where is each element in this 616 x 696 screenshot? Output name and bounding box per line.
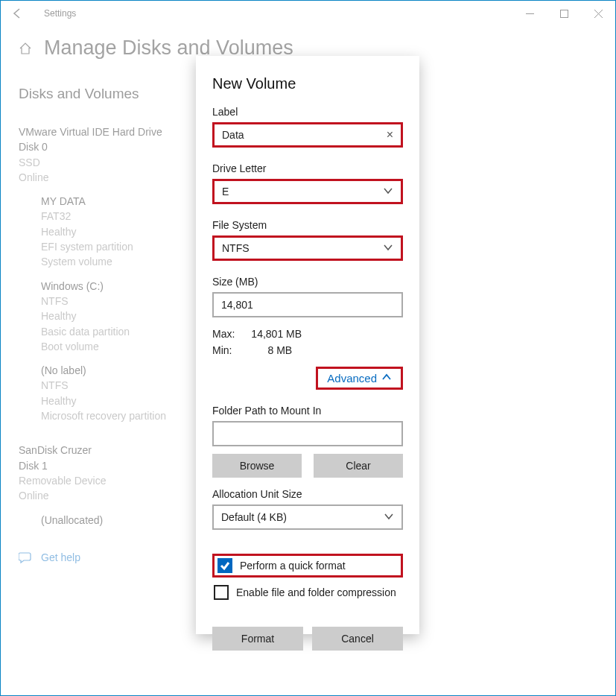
label-input[interactable]: × — [212, 122, 403, 148]
file-system-value: NTFS — [222, 242, 250, 254]
advanced-toggle[interactable]: Advanced — [316, 367, 403, 390]
partition-name: Windows (C:) — [41, 279, 190, 294]
disk-number: Disk 1 — [19, 458, 190, 473]
min-value: 8 MB — [267, 344, 292, 356]
format-button[interactable]: Format — [212, 627, 303, 651]
chevron-up-icon — [381, 372, 392, 385]
allocation-unit-select[interactable]: Default (4 KB) — [212, 504, 403, 530]
partition-name: (No label) — [41, 363, 190, 378]
clear-button[interactable]: Clear — [314, 454, 403, 478]
max-label: Max: — [212, 328, 235, 340]
partition-name: (Unallocated) — [41, 513, 190, 528]
size-input[interactable] — [212, 292, 403, 317]
dialog-title: New Volume — [212, 75, 403, 92]
allocation-unit-label: Allocation Unit Size — [212, 488, 403, 500]
section-title: Disks and Volumes — [19, 86, 139, 102]
chevron-down-icon — [384, 511, 394, 524]
quick-format-checkbox[interactable] — [217, 558, 232, 573]
file-system-label: File System — [212, 219, 403, 231]
folder-path-text[interactable] — [221, 428, 394, 440]
chevron-down-icon — [383, 242, 393, 255]
compression-checkbox[interactable] — [214, 585, 229, 600]
titlebar: Settings — [1, 1, 615, 26]
window-controls — [512, 1, 615, 25]
drive-letter-value: E — [222, 186, 229, 197]
clear-icon[interactable]: × — [387, 128, 393, 142]
cancel-button[interactable]: Cancel — [312, 627, 403, 651]
close-button[interactable] — [581, 1, 615, 25]
folder-path-label: Folder Path to Mount In — [212, 405, 403, 417]
chat-icon — [19, 551, 32, 564]
home-icon[interactable] — [19, 42, 32, 55]
size-input-text[interactable] — [221, 299, 394, 311]
partition[interactable]: (No label) NTFS Healthy Microsoft recove… — [41, 363, 190, 423]
partition[interactable]: MY DATA FAT32 Healthy EFI system partiti… — [41, 194, 190, 269]
svg-rect-1 — [560, 10, 568, 17]
compression-label: Enable file and folder compression — [236, 586, 396, 598]
partition-name: MY DATA — [41, 194, 190, 209]
file-system-select[interactable]: NTFS — [212, 235, 403, 261]
browse-button[interactable]: Browse — [212, 454, 302, 478]
disk-0[interactable]: VMware Virtual IDE Hard Drive Disk 0 SSD… — [19, 124, 190, 423]
disk-drive-name: SanDisk Cruzer — [19, 443, 190, 458]
disk-1[interactable]: SanDisk Cruzer Disk 1 Removable Device O… — [19, 443, 190, 527]
quick-format-label: Perform a quick format — [240, 560, 346, 572]
maximize-button[interactable] — [547, 1, 581, 25]
allocation-unit-value: Default (4 KB) — [221, 511, 287, 523]
max-value: 14,801 MB — [251, 328, 302, 340]
partition[interactable]: (Unallocated) — [41, 513, 190, 528]
get-help-label: Get help — [41, 550, 80, 565]
folder-path-input[interactable] — [212, 421, 403, 446]
get-help-link[interactable]: Get help — [19, 550, 190, 565]
disk-number: Disk 0 — [19, 139, 190, 154]
label-field-label: Label — [212, 106, 403, 118]
disk-status: Online — [19, 170, 190, 185]
disks-panel: VMware Virtual IDE Hard Drive Disk 0 SSD… — [19, 124, 190, 565]
min-label: Min: — [212, 344, 232, 356]
disk-type: SSD — [19, 155, 190, 170]
drive-letter-select[interactable]: E — [212, 179, 403, 204]
back-icon[interactable] — [11, 7, 23, 19]
compression-row[interactable]: Enable file and folder compression — [212, 580, 403, 604]
drive-letter-label: Drive Letter — [212, 162, 403, 174]
minimize-button[interactable] — [512, 1, 547, 25]
window-title: Settings — [44, 8, 76, 19]
disk-status: Online — [19, 488, 190, 503]
disk-drive-name: VMware Virtual IDE Hard Drive — [19, 124, 190, 139]
chevron-down-icon — [383, 186, 393, 198]
partition[interactable]: Windows (C:) NTFS Healthy Basic data par… — [41, 279, 190, 354]
quick-format-row[interactable]: Perform a quick format — [212, 554, 403, 578]
new-volume-dialog: New Volume Label × Drive Letter E File S… — [196, 56, 419, 634]
advanced-label: Advanced — [327, 372, 377, 385]
disk-type: Removable Device — [19, 473, 190, 488]
label-input-text[interactable] — [222, 129, 387, 141]
size-label: Size (MB) — [212, 276, 403, 288]
